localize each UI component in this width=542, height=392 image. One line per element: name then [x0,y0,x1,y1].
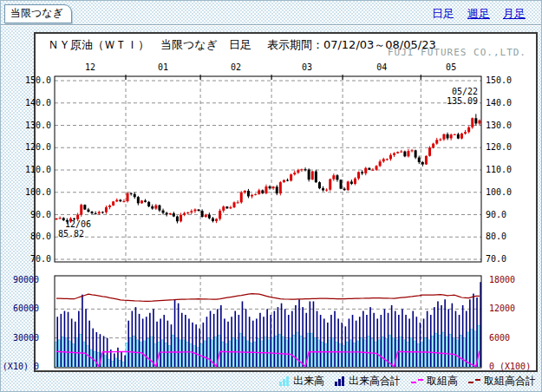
open-interest-line-icon [411,377,424,385]
legend-item-volume: 出来高 [279,374,324,389]
chart-title: ＮＹ原油（ＷＴＩ） 当限つなぎ 日足 [48,38,251,51]
nav-link-monthly[interactable]: 月足 [503,6,526,22]
tab-label: 当限つなぎ [10,7,63,19]
legend-label: 出来高 [293,374,324,389]
volume-left-zero-label: (X10) 0 [1,362,39,371]
volume-bars-icon [279,376,291,386]
nav-link-weekly[interactable]: 週足 [467,6,490,22]
tab-current-contract[interactable]: 当限つなぎ [4,4,72,23]
company-name: FUJI FUTURES CO.,LTD. [388,47,526,58]
timeframe-nav: 日足 週足 月足 [432,6,526,22]
legend-label: 取組高 [427,374,458,389]
volume-total-bars-icon [335,376,346,386]
low-annotation-date: 12/06 [58,219,91,229]
high-annotation-value: 135.09 [415,96,478,106]
low-annotation-value: 85.82 [58,229,91,238]
tab-separator-line [1,24,541,26]
legend-label: 取組高合計 [484,374,536,389]
high-annotation-date: 05/22 [415,87,478,96]
volume-right-zero-label: 0 (X100) [489,362,531,371]
legend-label: 出来高合計 [349,374,401,389]
high-annotation: 05/22 135.09 [415,87,478,106]
legend-item-volume-total: 出来高合計 [335,374,401,389]
low-annotation: 12/06 85.82 [58,219,91,238]
chart-panel [34,32,538,372]
open-interest-total-line-icon [468,377,481,385]
nav-link-daily[interactable]: 日足 [432,6,454,22]
chart-app-window: 当限つなぎ 日足 週足 月足 ＮＹ原油（ＷＴＩ） 当限つなぎ 日足表示期間：07… [0,0,542,392]
chart-legend: 出来高 出来高合計 取組高 取組高合計 [279,374,536,389]
legend-item-open-interest-total: 取組高合計 [468,374,536,389]
chart-title-row: ＮＹ原油（ＷＴＩ） 当限つなぎ 日足表示期間：07/12/03～08/05/23 [48,37,436,53]
legend-item-open-interest: 取組高 [411,374,458,389]
